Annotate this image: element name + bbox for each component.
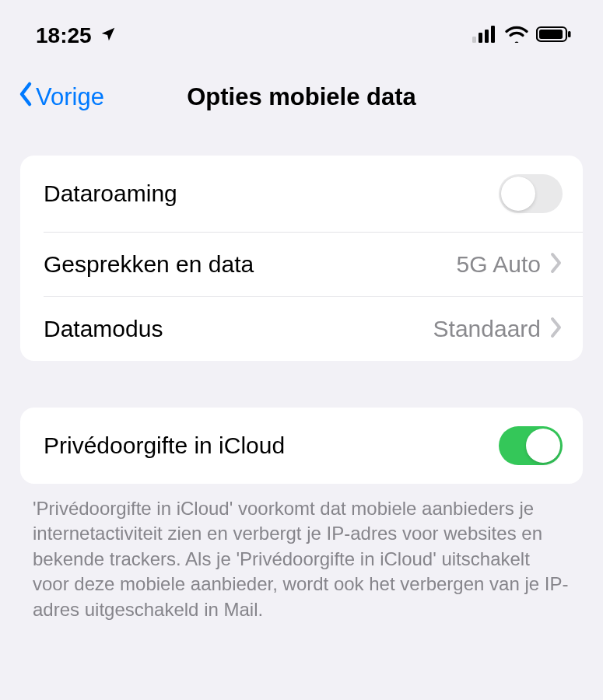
status-bar: 18:25	[0, 0, 603, 56]
settings-group-2: Privédoorgifte in iCloud	[20, 408, 583, 484]
cellular-icon	[472, 26, 497, 46]
row-voice-and-data[interactable]: Gesprekken en data 5G Auto	[44, 232, 583, 296]
battery-icon	[536, 26, 572, 46]
chevron-right-icon	[550, 252, 563, 277]
toggle-icloud-private-relay[interactable]	[499, 426, 563, 465]
back-label: Vorige	[36, 83, 104, 111]
row-label: Datamodus	[44, 316, 163, 342]
row-label: Gesprekken en data	[44, 251, 254, 278]
wifi-icon	[505, 26, 528, 46]
status-left: 18:25	[36, 23, 117, 48]
svg-rect-3	[491, 26, 495, 43]
row-dataroaming[interactable]: Dataroaming	[20, 156, 583, 232]
row-value: Standaard	[433, 316, 541, 342]
status-right	[472, 26, 572, 46]
toggle-dataroaming[interactable]	[499, 174, 563, 213]
location-icon	[100, 23, 117, 48]
row-icloud-private-relay[interactable]: Privédoorgifte in iCloud	[20, 408, 583, 484]
svg-rect-2	[485, 30, 489, 43]
chevron-left-icon	[17, 81, 34, 114]
chevron-right-icon	[550, 317, 563, 341]
row-label: Privédoorgifte in iCloud	[44, 432, 285, 459]
row-value: 5G Auto	[457, 251, 541, 278]
nav-bar: Vorige Opties mobiele data	[0, 56, 603, 132]
status-time: 18:25	[36, 23, 92, 48]
settings-group-1: Dataroaming Gesprekken en data 5G Auto D…	[20, 156, 583, 361]
svg-rect-1	[479, 33, 482, 43]
row-label: Dataroaming	[44, 180, 177, 207]
group-footer-text: 'Privédoorgifte in iCloud' voorkomt dat …	[33, 496, 570, 622]
back-button[interactable]: Vorige	[17, 81, 104, 114]
row-data-mode[interactable]: Datamodus Standaard	[44, 296, 583, 361]
svg-rect-5	[539, 30, 563, 39]
svg-rect-6	[568, 31, 571, 37]
svg-rect-0	[472, 37, 476, 43]
